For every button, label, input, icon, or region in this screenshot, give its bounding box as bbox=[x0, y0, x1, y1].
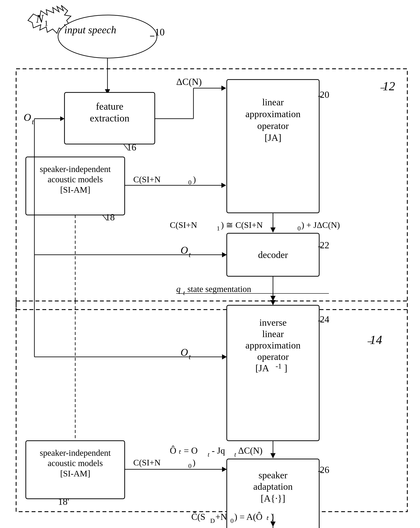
si-am-1-line2: acoustic models bbox=[48, 175, 103, 184]
delta-cn-label: ΔC(N) bbox=[176, 77, 202, 87]
n1-subscript: 1 bbox=[44, 19, 48, 27]
ot-label-3: O bbox=[180, 347, 188, 358]
diagram-container: N 1 input speech 10 12 feature extractio… bbox=[0, 0, 420, 528]
ot-label-2: O bbox=[180, 244, 188, 256]
c-si-n0-sub-2: 0 bbox=[188, 462, 192, 469]
si-am-2-line2: acoustic models bbox=[48, 458, 103, 468]
ref-16: 16 bbox=[127, 142, 136, 153]
c-si-n1-label: C(SI+N bbox=[170, 220, 197, 230]
c-hat-d: D bbox=[210, 517, 215, 524]
qt-state-text: state segmentation bbox=[187, 284, 251, 294]
ot-subscript-1: t bbox=[32, 118, 34, 126]
ot-hat-label: Ô bbox=[170, 446, 176, 456]
c-si-n0-paren-2: ) bbox=[192, 458, 195, 467]
si-am-2-line3: [SI-AM] bbox=[60, 469, 90, 478]
ot-label-1: O bbox=[24, 112, 31, 123]
ref-22: 22 bbox=[320, 240, 329, 251]
speaker-adapt-line2: adaptation bbox=[253, 481, 293, 492]
qt-state-label: q bbox=[176, 284, 180, 294]
c-hat-t3: ₜ bbox=[266, 512, 269, 522]
inv-linear-line5: [JA bbox=[255, 363, 269, 373]
ref-10: 10 bbox=[155, 27, 165, 38]
inv-exp: -1 bbox=[276, 362, 282, 370]
ref-18-prime: 18' bbox=[58, 496, 69, 507]
n1-label: N bbox=[36, 13, 44, 25]
linear-approx-line1: linear bbox=[262, 97, 284, 108]
si-am-1-line1: speaker-independent bbox=[40, 164, 111, 174]
inv-linear-line2: linear bbox=[262, 329, 284, 339]
feature-extraction-line1: feature bbox=[96, 101, 123, 112]
box14-label: 14 bbox=[370, 333, 382, 347]
ot-hat-delta: ΔC(N) bbox=[238, 446, 263, 456]
c-si-n0-subscript-f: 0 bbox=[298, 225, 301, 232]
c-si-n0-subscript-1: 0 bbox=[188, 179, 192, 186]
diagram-svg: N 1 input speech 10 12 feature extractio… bbox=[0, 0, 420, 528]
c-si-n1-formula2: ) + JΔC(N) bbox=[301, 220, 340, 230]
qt-subscript: t bbox=[183, 289, 185, 296]
c-si-n0-label-2: C(SI+N bbox=[133, 458, 161, 467]
linear-approx-line2: approximation bbox=[245, 109, 301, 119]
inv-linear-line4: operator bbox=[257, 351, 289, 362]
c-hat-n0: +N bbox=[215, 512, 227, 522]
linear-approx-line3: operator bbox=[257, 120, 289, 131]
si-am-1-line3: [SI-AM] bbox=[60, 185, 90, 194]
speaker-adapt-line3: [A{·}] bbox=[261, 493, 285, 504]
speaker-adapt-line1: speaker bbox=[259, 470, 288, 480]
ref-26: 26 bbox=[320, 465, 329, 475]
si-am-2-line1: speaker-independent bbox=[40, 448, 111, 458]
ot-hat-qt: t bbox=[234, 451, 236, 458]
svg-point-2 bbox=[58, 15, 157, 58]
linear-approx-line4: [JA] bbox=[264, 132, 281, 143]
c-hat-formula: ) = A(Ô bbox=[234, 512, 263, 522]
ot-hat-t: ₜ bbox=[178, 446, 181, 456]
c-hat-label: Ĉ(S bbox=[191, 512, 205, 522]
ref-18: 18 bbox=[105, 212, 115, 223]
ot-hat-minus: - Jq bbox=[212, 446, 225, 456]
ref-24: 24 bbox=[320, 314, 329, 325]
ot-hat-eq: = O bbox=[184, 446, 198, 456]
inv-bracket: ] bbox=[284, 363, 287, 373]
decoder-label: decoder bbox=[258, 250, 288, 260]
c-si-n1-subscript: 1 bbox=[217, 225, 220, 232]
ot-hat-t2: t bbox=[208, 451, 210, 458]
ref-20: 20 bbox=[320, 89, 329, 100]
feature-extraction-line2: extraction bbox=[90, 113, 129, 124]
inv-linear-line1: inverse bbox=[259, 317, 287, 328]
box12-label: 12 bbox=[383, 79, 395, 93]
input-speech-label: input speech bbox=[64, 24, 116, 36]
c-si-n1-formula: ) ≅ C(SI+N bbox=[221, 220, 263, 230]
c-hat-close: ) bbox=[271, 512, 274, 522]
c-si-n0-paren-1: ) bbox=[193, 175, 196, 184]
c-hat-n0-sub: 0 bbox=[230, 517, 234, 524]
inv-linear-line3: approximation bbox=[245, 340, 301, 351]
c-si-n0-label-1: C(SI+N bbox=[133, 175, 161, 184]
